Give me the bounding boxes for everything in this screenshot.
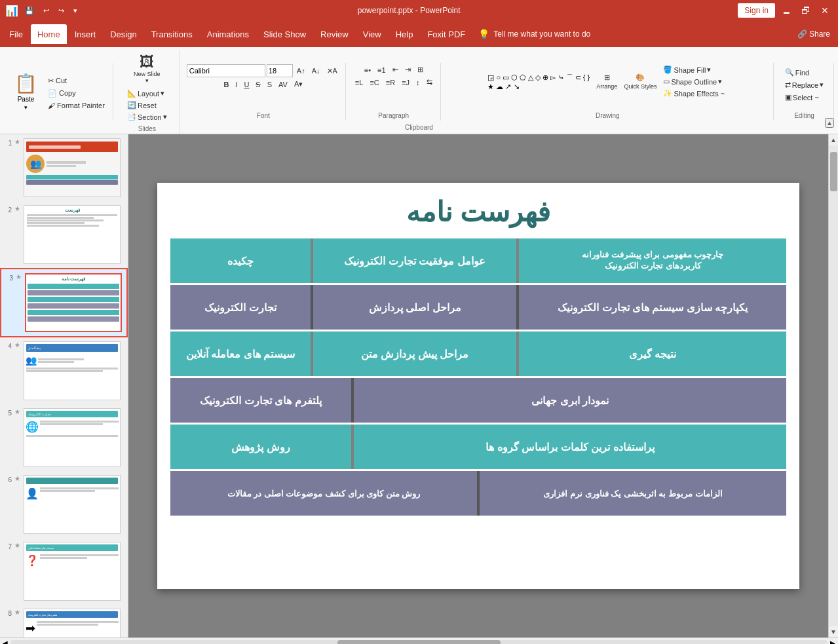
scroll-up-button[interactable]: ▲ (828, 134, 838, 145)
select-button[interactable]: ▣ Select ~ (782, 92, 826, 103)
scroll-right-button[interactable]: ▶ (830, 639, 835, 645)
copy-button[interactable]: 📄 Copy (45, 88, 107, 99)
minimize-button[interactable]: 🗕 (778, 4, 795, 17)
slide-cell: یکپارچه سازی سیستم های تجارت الکترونیک (519, 285, 786, 330)
shape-fill-button[interactable]: 🪣 Shape Fill ▾ (660, 64, 727, 75)
menu-review[interactable]: Review (314, 24, 355, 44)
menu-transitions[interactable]: Transitions (145, 24, 199, 44)
justify-button[interactable]: ≡J (399, 77, 412, 88)
slide-row-5: روش پژوهش پراستفاده ترین کلمات براساس گر… (170, 425, 786, 469)
new-slide-label: New Slide (134, 71, 161, 77)
slide-cell: عوامل موفقیت تجارت الکترونیک (313, 238, 517, 283)
font-group: A↑ A↓ ✕A B I U S S AV A▾ Font (181, 63, 346, 121)
increase-indent-button[interactable]: ⇥ (402, 64, 413, 75)
slide-item[interactable]: 8 ★ پلتفرم های تجارت الکترونیک ➡ (0, 605, 128, 637)
align-left-button[interactable]: ≡L (352, 77, 366, 88)
new-slide-arrow[interactable]: ▾ (145, 77, 149, 84)
align-center-button[interactable]: ≡C (367, 77, 381, 88)
new-slide-icon: 🖼 (140, 54, 154, 71)
format-painter-button[interactable]: 🖌 Format Painter (45, 100, 107, 111)
close-button[interactable]: ✕ (817, 4, 833, 17)
paragraph-group: ≡• ≡1 ⇤ ⇥ ⊞ ≡L ≡C ≡R ≡J ↕ ⇆ Paragraph (347, 63, 441, 121)
menu-help[interactable]: Help (389, 24, 420, 44)
hscroll-thumb[interactable] (337, 640, 501, 644)
bullets-button[interactable]: ≡• (362, 65, 373, 75)
numbering-button[interactable]: ≡1 (375, 65, 389, 75)
tell-me-text[interactable]: Tell me what you want to do (493, 29, 590, 39)
scroll-left-button[interactable]: ◀ (3, 639, 8, 645)
menu-file[interactable]: File (3, 24, 29, 44)
slide-item[interactable]: 6 ★ 👤 (0, 471, 128, 538)
font-color-button[interactable]: A▾ (292, 79, 305, 90)
font-name-input[interactable] (187, 64, 265, 77)
customize-qat-button[interactable]: ▾ (71, 5, 80, 16)
cut-button[interactable]: ✂ Cut (45, 75, 107, 86)
title-left: 📊 💾 ↩ ↪ ▾ (5, 5, 80, 17)
share-button[interactable]: 🔗 Share (792, 27, 835, 41)
signin-button[interactable]: Sign in (738, 3, 775, 18)
replace-button[interactable]: ⇄ Replace ▾ (782, 79, 826, 90)
window-title: powerpoint.pptx - PowerPoint (80, 6, 738, 15)
ribbon: 📋 Paste ▾ ✂ Cut 📄 Copy 🖌 Format Painter … (0, 47, 838, 134)
menu-view[interactable]: View (356, 24, 388, 44)
clear-format-button[interactable]: ✕A (324, 66, 340, 77)
slide-thumbnail: سیستم های معامله آنلاین ❓ (24, 542, 121, 601)
new-slide-button[interactable]: 🖼 New Slide ▾ (130, 51, 164, 86)
arrange-button[interactable]: ⊞ Arrange (594, 72, 620, 91)
horizontal-scrollbar[interactable]: ◀ ▶ (0, 637, 838, 644)
slide-item[interactable]: 5 ★ تجارت الکترونیک 🌐 (0, 404, 128, 471)
find-button[interactable]: 🔍 Find (782, 67, 826, 78)
layout-button[interactable]: 📐 Layout ▾ (124, 88, 170, 99)
ribbon-collapse-button[interactable]: ▲ (825, 118, 834, 128)
redo-qat-button[interactable]: ↪ (56, 5, 67, 16)
strikethrough-button[interactable]: S (253, 79, 263, 90)
slide-item[interactable]: 1 ★ 👥 (0, 134, 128, 201)
menu-slideshow[interactable]: Slide Show (257, 24, 313, 44)
columns-button[interactable]: ⊞ (415, 64, 426, 75)
scroll-thumb[interactable] (830, 152, 837, 191)
menu-design[interactable]: Design (104, 24, 143, 44)
slide-cell: مراحل پیش پردازش متن (313, 331, 517, 376)
menu-foxit[interactable]: Foxit PDF (421, 24, 472, 44)
decrease-indent-button[interactable]: ⇤ (390, 64, 401, 75)
clipboard-group: 📋 Paste ▾ ✂ Cut 📄 Copy 🖌 Format Painter … (4, 63, 113, 121)
paste-button[interactable]: 📋 Paste ▾ (9, 70, 43, 113)
underline-button[interactable]: U (241, 79, 252, 90)
shadow-button[interactable]: S (265, 79, 275, 90)
decrease-font-button[interactable]: A↓ (309, 66, 323, 76)
align-right-button[interactable]: ≡R (383, 77, 398, 88)
increase-font-button[interactable]: A↑ (294, 66, 308, 76)
slide-item-active[interactable]: 3 ★ فهرست نامه (0, 268, 128, 337)
shape-effects-button[interactable]: ✨ Shape Effects ~ (660, 88, 727, 99)
slide-item[interactable]: 2 ★ فهرست (0, 201, 128, 268)
save-qat-button[interactable]: 💾 (22, 5, 37, 16)
drawing-label: Drawing (596, 109, 620, 119)
vertical-scrollbar[interactable]: ▲ ▼ (828, 134, 838, 637)
text-direction-button[interactable]: ⇆ (424, 77, 435, 88)
line-spacing-button[interactable]: ↕ (413, 77, 423, 88)
slide-cell: تجارت الکترونیک (170, 285, 311, 330)
slide-item[interactable]: 7 ★ سیستم های معامله آنلاین ❓ (0, 538, 128, 605)
scroll-track[interactable] (829, 145, 838, 626)
menu-insert[interactable]: Insert (68, 24, 103, 44)
bold-button[interactable]: B (221, 79, 231, 90)
slide-row-1: چکیده عوامل موفقیت تجارت الکترونیک چارچو… (170, 238, 786, 283)
menu-animations[interactable]: Animations (200, 24, 256, 44)
shape-outline-button[interactable]: ▭ Shape Outline ▾ (660, 76, 727, 87)
editing-label: Editing (794, 109, 814, 119)
undo-qat-button[interactable]: ↩ (41, 5, 52, 16)
italic-button[interactable]: I (233, 79, 240, 90)
font-size-input[interactable] (267, 64, 293, 77)
slide-content: فهرست نامه چکیده عوامل موفقیت تجارت الکت… (157, 183, 799, 589)
slide-table: چکیده عوامل موفقیت تجارت الکترونیک چارچو… (170, 238, 786, 518)
menu-home[interactable]: Home (31, 24, 67, 44)
slide-item[interactable]: 4 ★ پیشگفتار 👥 (0, 337, 128, 404)
slide-cell: چکیده (170, 238, 311, 283)
paste-dropdown-icon[interactable]: ▾ (24, 104, 28, 111)
reset-button[interactable]: 🔄 Reset (124, 100, 170, 111)
ribbon-row: 📋 Paste ▾ ✂ Cut 📄 Copy 🖌 Format Painter … (0, 47, 838, 134)
quick-styles-button[interactable]: 🎨 Quick Styles (621, 72, 659, 91)
scroll-down-button[interactable]: ▼ (828, 626, 838, 637)
char-spacing-button[interactable]: AV (276, 79, 290, 90)
restore-button[interactable]: 🗗 (797, 4, 814, 17)
